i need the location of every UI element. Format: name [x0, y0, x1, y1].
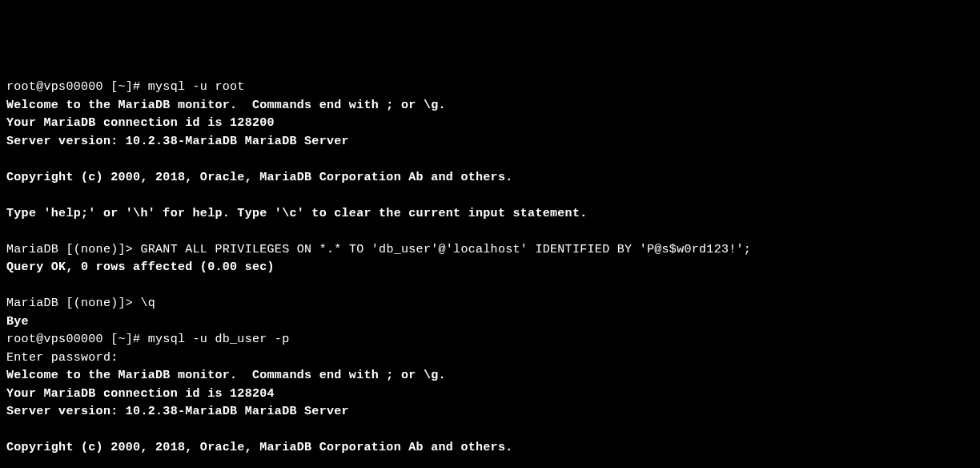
output-line: Welcome to the MariaDB monitor. Commands…: [6, 99, 446, 112]
mariadb-prompt: MariaDB [(none)]>: [6, 243, 140, 256]
output-line: Server version: 10.2.38-MariaDB MariaDB …: [6, 135, 349, 148]
output-line: Copyright (c) 2000, 2018, Oracle, MariaD…: [6, 441, 513, 454]
output-line: Enter password:: [6, 351, 118, 365]
output-line: Your MariaDB connection id is 128200: [6, 116, 275, 130]
shell-prompt: root@vps00000 [~]#: [6, 333, 148, 346]
sql-command: \q: [140, 297, 155, 310]
output-line: Query OK, 0 rows affected (0.00 sec): [6, 260, 275, 274]
output-line: Server version: 10.2.38-MariaDB MariaDB …: [6, 405, 349, 418]
terminal-output[interactable]: root@vps00000 [~]# mysql -u root Welcome…: [6, 79, 974, 468]
sql-command: GRANT ALL PRIVILEGES ON *.* TO 'db_user'…: [140, 243, 751, 256]
output-line: Type 'help;' or '\h' for help. Type '\c'…: [6, 207, 588, 220]
output-line: Copyright (c) 2000, 2018, Oracle, MariaD…: [6, 171, 513, 184]
output-line: Your MariaDB connection id is 128204: [6, 387, 275, 401]
output-line: Bye: [6, 315, 29, 329]
shell-prompt: root@vps00000 [~]#: [6, 80, 148, 94]
shell-command: mysql -u root: [148, 80, 245, 94]
mariadb-prompt: MariaDB [(none)]>: [6, 297, 140, 310]
output-line: Welcome to the MariaDB monitor. Commands…: [6, 369, 446, 382]
shell-command: mysql -u db_user -p: [148, 333, 290, 346]
